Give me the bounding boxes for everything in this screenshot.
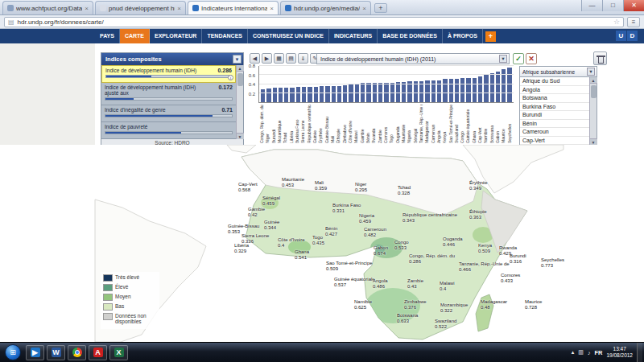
nav-item-carte[interactable]: CARTE (120, 29, 150, 43)
table-view-button[interactable]: ▤ (286, 53, 296, 64)
chart-bar[interactable] (290, 88, 294, 103)
chart-bar[interactable] (484, 74, 488, 102)
taskbar-chrome-icon[interactable] (68, 345, 86, 360)
chart-bar[interactable] (343, 85, 347, 102)
map-country-label[interactable]: République centrafricaine0.343 (402, 212, 457, 223)
chevron-down-icon[interactable]: ▼ (499, 55, 507, 63)
chart-bar[interactable] (266, 88, 270, 102)
info-icon[interactable]: i (228, 75, 233, 80)
chart-bar[interactable] (296, 87, 300, 102)
tab-close-icon[interactable]: × (362, 5, 366, 12)
chart-bar[interactable] (320, 86, 324, 102)
map-country-label[interactable]: Cameroun0.482 (364, 227, 386, 237)
scrollbar-thumb[interactable] (591, 85, 597, 98)
tab-close-icon[interactable]: × (270, 5, 274, 12)
minimize-button[interactable]: — (581, 0, 602, 11)
chart-bar[interactable] (460, 78, 464, 102)
scroll-up-icon[interactable]: ▲ (590, 77, 597, 84)
map-country-label[interactable]: Swaziland0.522 (435, 319, 456, 329)
nav-item--propos[interactable]: À PROPOS (443, 29, 483, 43)
url-box[interactable]: ▤ hdr.undp.org/fr/donnees/carte/ ☆ (4, 17, 624, 27)
close-button[interactable]: ✕ (623, 0, 644, 11)
hidden-icons-icon[interactable]: ▴ (572, 349, 575, 356)
map-country-label[interactable]: Niger0.295 (355, 182, 367, 192)
browser-tab[interactable]: pnud développement hum× (95, 1, 186, 14)
browser-tab[interactable]: www.achfpuct.org/Data/Si× (2, 1, 93, 14)
map-country-label[interactable]: Tanzanie, Rép.-Unie de0.466 (459, 261, 510, 272)
indices-dropdown[interactable]: Indices composites ▼ (101, 53, 243, 65)
chart-bar[interactable] (478, 76, 482, 102)
chart-bar[interactable] (279, 88, 283, 102)
nav-item-indicateurs[interactable]: INDICATEURS (329, 29, 378, 43)
indicator-item[interactable]: Indice de développement humain (IDH) aju… (101, 83, 236, 105)
maximize-button[interactable]: □ (602, 0, 623, 11)
nav-item-construisez-un-indice[interactable]: CONSTRUISEZ UN INDICE (248, 29, 329, 43)
scroll-down-icon[interactable]: ▼ (590, 138, 597, 145)
url-text[interactable]: hdr.undp.org/fr/donnees/carte/ (18, 19, 610, 26)
map-country-label[interactable]: Ouganda0.446 (443, 237, 463, 247)
nav-item-pays[interactable]: PAYS (95, 29, 120, 43)
new-tab-button[interactable]: + (374, 3, 387, 13)
chart-view-button[interactable]: ▦ (274, 53, 284, 64)
country-list-item[interactable]: Cameroun (520, 128, 589, 137)
browser-tab[interactable]: Indicateurs internationaux× (188, 1, 279, 14)
map-country-label[interactable]: Mali0.359 (315, 180, 327, 191)
map-country-label[interactable]: Angola0.486 (373, 278, 388, 289)
africa-map[interactable]: Cap-Vert0.568Mauritanie0.453Sénégal0.459… (0, 145, 644, 342)
chevron-down-icon[interactable]: ▼ (587, 68, 595, 76)
map-country-label[interactable]: Guinée0.344 (264, 220, 279, 230)
chart-bar[interactable] (507, 68, 511, 102)
apply-button[interactable]: ✓ (513, 53, 524, 64)
map-country-label[interactable]: Ghana0.541 (295, 249, 309, 260)
tab-close-icon[interactable]: × (85, 5, 89, 12)
map-country-label[interactable]: Burundi0.316 (510, 253, 526, 264)
show-desktop-button[interactable] (637, 343, 642, 362)
map-country-label[interactable]: Libéria0.329 (234, 243, 249, 253)
chart-bar[interactable] (261, 89, 265, 102)
map-country-label[interactable]: Congo, Rép. dém. du0.286 (409, 253, 455, 264)
country-scrollbar[interactable]: ▲ ▼ (589, 77, 597, 145)
map-country-label[interactable]: Botswana0.633 (397, 313, 418, 323)
map-country-label[interactable]: Madagascar0.48 (481, 299, 507, 310)
map-country-label[interactable]: Comores0.433 (501, 273, 520, 283)
chevron-down-icon[interactable]: ▼ (233, 55, 242, 64)
map-country-label[interactable]: Gambie0.42 (248, 207, 265, 217)
chart-bar[interactable] (273, 88, 277, 102)
country-list-item[interactable]: Cap-Vert (520, 137, 589, 146)
indicator-item[interactable]: Indice d'inégalité de genre0.71 (101, 105, 236, 122)
chart-bar[interactable] (355, 84, 359, 103)
map-country-label[interactable]: Bénin0.427 (325, 226, 337, 237)
browser-menu-button[interactable]: ≡ (627, 17, 640, 27)
map-country-label[interactable]: Malawi0.4 (440, 281, 455, 291)
cancel-button[interactable]: ✕ (526, 53, 537, 64)
chart-bar[interactable] (473, 78, 477, 102)
region-dropdown[interactable]: Afrique subsaharienne ▼ (520, 67, 597, 77)
chart-bar[interactable] (349, 84, 353, 103)
chart-bar[interactable] (466, 78, 470, 102)
start-button[interactable]: ⊞ (5, 344, 21, 360)
map-country-label[interactable]: Congo0.533 (394, 240, 409, 250)
bookmark-star-icon[interactable]: ☆ (613, 18, 620, 26)
nav-item-base-de-donn-es[interactable]: BASE DE DONNÉES (378, 29, 443, 43)
country-list-item[interactable]: Botswana (520, 94, 589, 103)
map-country-label[interactable]: Tchad0.328 (398, 185, 411, 195)
map-country-label[interactable]: Togo0.435 (312, 235, 324, 245)
map-country-label[interactable]: Zambie0.43 (407, 278, 423, 289)
download-button[interactable]: ⇓ (298, 53, 308, 64)
language-indicator[interactable]: FR (594, 349, 602, 356)
taskbar-media-player-icon[interactable]: ▶ (26, 345, 44, 360)
network-icon[interactable]: ▥ (578, 349, 584, 356)
taskbar-excel-icon[interactable]: X (109, 345, 128, 360)
indicator-item[interactable]: Indice de pauvreté (101, 122, 236, 139)
map-country-label[interactable]: Namibie0.625 (354, 299, 372, 310)
country-list-item[interactable]: Afrique du Sud (520, 77, 589, 86)
nav-plus-button[interactable]: + (485, 31, 496, 42)
taskbar-acrobat-icon[interactable]: A (89, 345, 107, 360)
indicator-item[interactable]: Indice de développement humain (IDH)0.28… (101, 65, 236, 83)
tab-close-icon[interactable]: × (177, 5, 181, 12)
chart-bar[interactable] (337, 86, 341, 102)
country-list-item[interactable]: Bénin (520, 120, 589, 129)
back-button[interactable]: ◀ (250, 53, 260, 64)
delete-button[interactable] (593, 51, 607, 65)
chart-bar[interactable] (490, 73, 494, 102)
